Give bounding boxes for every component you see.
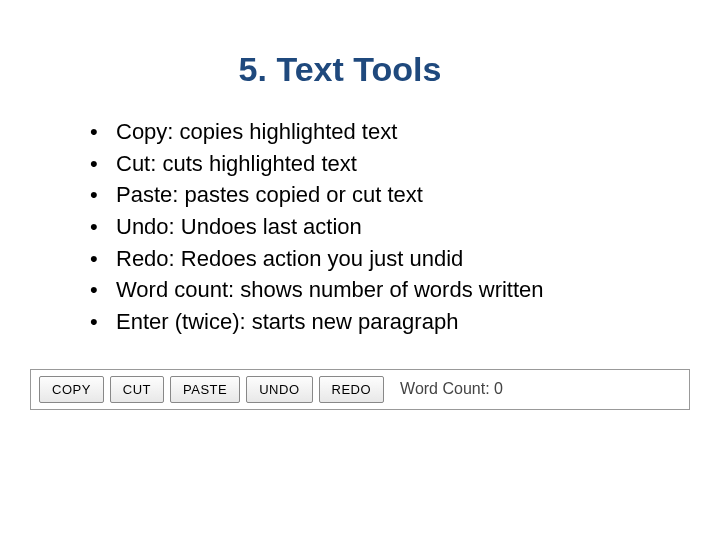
copy-button[interactable]: COPY (39, 376, 104, 403)
list-item: Redo: Redoes action you just undid (90, 244, 660, 274)
paste-button[interactable]: PASTE (170, 376, 240, 403)
list-item: Enter (twice): starts new paragraph (90, 307, 660, 337)
bullet-list: Copy: copies highlighted text Cut: cuts … (60, 117, 660, 337)
list-item: Undo: Undoes last action (90, 212, 660, 242)
redo-button[interactable]: REDO (319, 376, 385, 403)
list-item: Copy: copies highlighted text (90, 117, 660, 147)
list-item: Word count: shows number of words writte… (90, 275, 660, 305)
list-item: Cut: cuts highlighted text (90, 149, 660, 179)
toolbar: COPY CUT PASTE UNDO REDO Word Count: 0 (30, 369, 690, 410)
list-item: Paste: pastes copied or cut text (90, 180, 660, 210)
undo-button[interactable]: UNDO (246, 376, 312, 403)
word-count-label: Word Count: 0 (400, 380, 503, 398)
cut-button[interactable]: CUT (110, 376, 164, 403)
slide: 5. Text Tools Copy: copies highlighted t… (0, 0, 720, 450)
slide-title: 5. Text Tools (60, 50, 660, 89)
